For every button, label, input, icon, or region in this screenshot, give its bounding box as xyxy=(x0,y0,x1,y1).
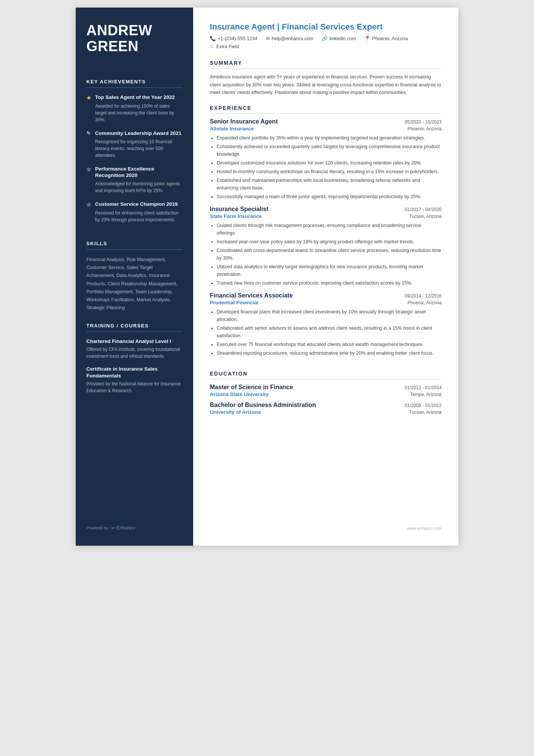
degree-2-dates: 01/2008 - 01/2012 xyxy=(405,403,442,408)
education-section-title: EDUCATION xyxy=(210,371,442,377)
sidebar-footer: Powered by ∞ Enhancv xyxy=(86,513,183,531)
degree-2-title: Bachelor of Business Administration xyxy=(210,402,316,409)
degree-1-school-row: Arizona State University Tempe, Arizona xyxy=(210,391,442,397)
job-title: Insurance Agent | Financial Services Exp… xyxy=(210,22,442,32)
achievement-desc-1: Awarded for achieving 150% of sales targ… xyxy=(95,103,183,123)
bullet: Utilized data analytics to identify targ… xyxy=(217,263,442,278)
phone-icon: 📞 xyxy=(210,36,216,41)
job-3-title: Financial Services Associate xyxy=(210,292,293,299)
job-2-location: Tucson, Arizona xyxy=(409,214,442,219)
location-icon: 📍 xyxy=(364,36,370,41)
training-item-1: Chartered Financial Analyst Level I Offe… xyxy=(86,338,183,360)
footer-website: www.enhancv.com xyxy=(407,526,442,531)
resume-container: ANDREWGREEN KEY ACHIEVEMENTS ★ Top Sales… xyxy=(76,8,458,546)
bullet: Successfully managed a team of three jun… xyxy=(217,193,442,200)
bullet: Established and maintained partnerships … xyxy=(217,177,442,192)
summary-text: Ambitious insurance agent with 5+ years … xyxy=(210,73,442,97)
degree-1-header: Master of Science in Finance 01/2012 - 0… xyxy=(210,384,442,391)
job-1-title: Senior Insurance Agent xyxy=(210,118,278,125)
job-2-title: Insurance Specialist xyxy=(210,206,269,213)
job-1-company-row: Allstate Insurance Phoenix, Arizona xyxy=(210,126,442,131)
job-3-dates: 09/2014 - 12/2016 xyxy=(405,293,442,299)
enhancv-logo: ∞ Enhancv xyxy=(111,525,135,531)
job-2-bullets: Guided clients through risk management p… xyxy=(210,222,442,287)
email-icon: ✉ xyxy=(266,36,270,41)
bullet: Trained new hires on customer service pr… xyxy=(217,279,442,287)
job-3-company-row: Prudential Financial Phoenix, Arizona xyxy=(210,300,442,305)
training-title-2: Certificate in Insurance Sales Fundament… xyxy=(86,366,183,379)
achievement-title-1: ★ Top Sales Agent of the Year 2022 xyxy=(86,94,183,101)
degree-2-header: Bachelor of Business Administration 01/2… xyxy=(210,402,442,409)
contact-phone: 📞 +1-(234)-555-1234 xyxy=(210,36,258,41)
achievements-divider xyxy=(86,88,183,88)
achievement-title-2: ✎ Community Leadership Award 2021 xyxy=(86,130,183,137)
degree-2-location: Tucson, Arizona xyxy=(409,410,442,415)
achievement-desc-4: Received for enhancing client satisfacti… xyxy=(95,210,183,223)
job-1-header: Senior Insurance Agent 05/2020 - 10/2023 xyxy=(210,118,442,125)
job-2-company-row: State Farm Insurance Tucson, Arizona xyxy=(210,213,442,219)
job-1: Senior Insurance Agent 05/2020 - 10/2023… xyxy=(210,118,442,206)
sidebar: ANDREWGREEN KEY ACHIEVEMENTS ★ Top Sales… xyxy=(76,8,193,546)
training-section-title: TRAINING / COURSES xyxy=(86,323,183,329)
job-2-header: Insurance Specialist 01/2017 - 04/2020 xyxy=(210,206,442,213)
bullet: Executed over 75 financial workshops tha… xyxy=(217,341,442,348)
achievement-item-4: ☆ Customer Service Champion 2019 Receive… xyxy=(86,201,183,223)
skills-text: Financial Analysis, Risk Management, Cus… xyxy=(86,256,183,312)
contact-extra: ☆ Extra Field xyxy=(210,44,239,49)
job-2: Insurance Specialist 01/2017 - 04/2020 S… xyxy=(210,206,442,292)
achievement-desc-2: Recognized for organizing 10 financial l… xyxy=(95,138,183,159)
contact-bar: 📞 +1-(234)-555-1234 ✉ help@enhancv.com 🔗… xyxy=(210,36,442,49)
degree-2: Bachelor of Business Administration 01/2… xyxy=(210,402,442,419)
achievement-item-2: ✎ Community Leadership Award 2021 Recogn… xyxy=(86,130,183,159)
star-icon-3: ☆ xyxy=(86,166,92,173)
candidate-name: ANDREWGREEN xyxy=(86,23,183,55)
training-divider xyxy=(86,332,183,332)
bullet: Increased year-over-year policy sales by… xyxy=(217,238,442,246)
star-icon-4: ☆ xyxy=(86,201,92,208)
pencil-icon: ✎ xyxy=(86,130,92,137)
achievement-item-3: ☆ Performance Excellence Recognition 202… xyxy=(86,166,183,194)
job-3: Financial Services Associate 09/2014 - 1… xyxy=(210,292,442,362)
experience-divider xyxy=(210,113,442,114)
bullet: Developed financial plans that increased… xyxy=(217,308,442,323)
extra-icon: ☆ xyxy=(210,44,214,49)
job-1-company: Allstate Insurance xyxy=(210,126,254,131)
bullet: Hosted bi-monthly community workshops on… xyxy=(217,168,442,175)
contact-location: 📍 Phoenix, Arizona xyxy=(364,36,408,41)
training-desc-1: Offered by CFA Institute, covering found… xyxy=(86,346,183,360)
education-divider xyxy=(210,379,442,379)
achievements-section-title: KEY ACHIEVEMENTS xyxy=(86,79,183,85)
skills-divider xyxy=(86,249,183,250)
bullet: Coordinated with cross-departmental team… xyxy=(217,247,442,262)
contact-email: ✉ help@enhancv.com xyxy=(266,36,314,41)
linkedin-icon: 🔗 xyxy=(322,36,328,41)
job-2-company: State Farm Insurance xyxy=(210,213,262,219)
job-2-dates: 01/2017 - 04/2020 xyxy=(405,207,442,212)
degree-1-title: Master of Science in Finance xyxy=(210,384,293,391)
bullet: Expanded client portfolio by 35% within … xyxy=(217,134,442,142)
degree-1-school: Arizona State University xyxy=(210,391,269,397)
training-item-2: Certificate in Insurance Sales Fundament… xyxy=(86,366,183,394)
summary-divider xyxy=(210,68,442,69)
degree-1: Master of Science in Finance 01/2012 - 0… xyxy=(210,384,442,402)
training-desc-2: Provided by the National Alliance for In… xyxy=(86,380,183,394)
experience-section-title: EXPERIENCE xyxy=(210,105,442,111)
bullet: Consistently achieved or exceeded quarte… xyxy=(217,143,442,158)
achievement-desc-3: Acknowledged for mentoring junior agents… xyxy=(95,180,183,194)
job-3-company: Prudential Financial xyxy=(210,300,258,305)
achievement-title-3: ☆ Performance Excellence Recognition 202… xyxy=(86,166,183,179)
skills-section-title: SKILLS xyxy=(86,241,183,246)
achievement-item-1: ★ Top Sales Agent of the Year 2022 Award… xyxy=(86,94,183,123)
job-3-header: Financial Services Associate 09/2014 - 1… xyxy=(210,292,442,299)
degree-1-dates: 01/2012 - 01/2014 xyxy=(405,385,442,390)
degree-2-school-row: University of Arizona Tucson, Arizona xyxy=(210,409,442,415)
job-1-bullets: Expanded client portfolio by 35% within … xyxy=(210,134,442,200)
summary-section-title: SUMMARY xyxy=(210,60,442,66)
job-1-location: Phoenix, Arizona xyxy=(408,126,442,131)
job-3-bullets: Developed financial plans that increased… xyxy=(210,308,442,357)
main-content: Insurance Agent | Financial Services Exp… xyxy=(193,8,458,546)
degree-1-location: Tempe, Arizona xyxy=(410,392,442,397)
main-footer: www.enhancv.com xyxy=(210,515,442,531)
training-title-1: Chartered Financial Analyst Level I xyxy=(86,338,183,345)
job-1-dates: 05/2020 - 10/2023 xyxy=(405,119,442,125)
